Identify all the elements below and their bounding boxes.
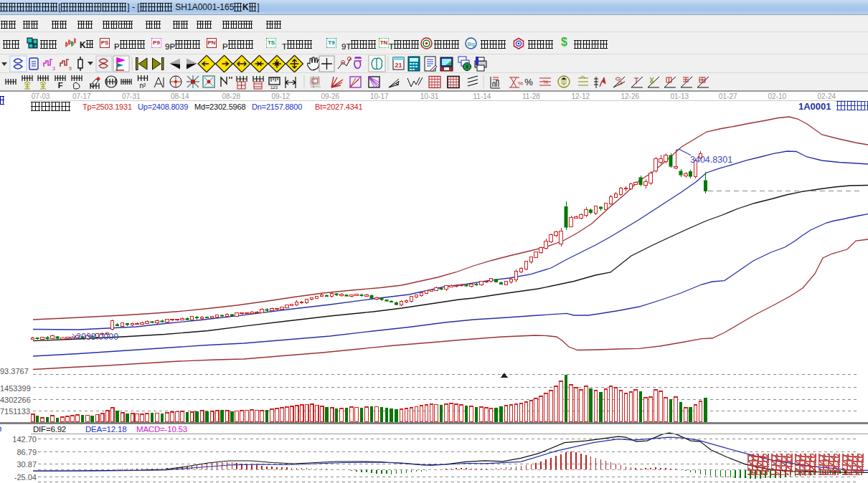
- svg-text:%: %: [524, 77, 533, 87]
- svg-text:123: 123: [270, 85, 278, 90]
- svg-text:Big: Big: [467, 42, 474, 47]
- svg-text:n²: n²: [140, 82, 147, 90]
- svg-text:21: 21: [395, 62, 402, 69]
- svg-text:3: 3: [52, 66, 55, 71]
- svg-text:%: %: [543, 79, 548, 85]
- svg-text:%: %: [518, 80, 523, 87]
- svg-text:9: 9: [69, 66, 72, 71]
- svg-text:F: F: [58, 81, 63, 90]
